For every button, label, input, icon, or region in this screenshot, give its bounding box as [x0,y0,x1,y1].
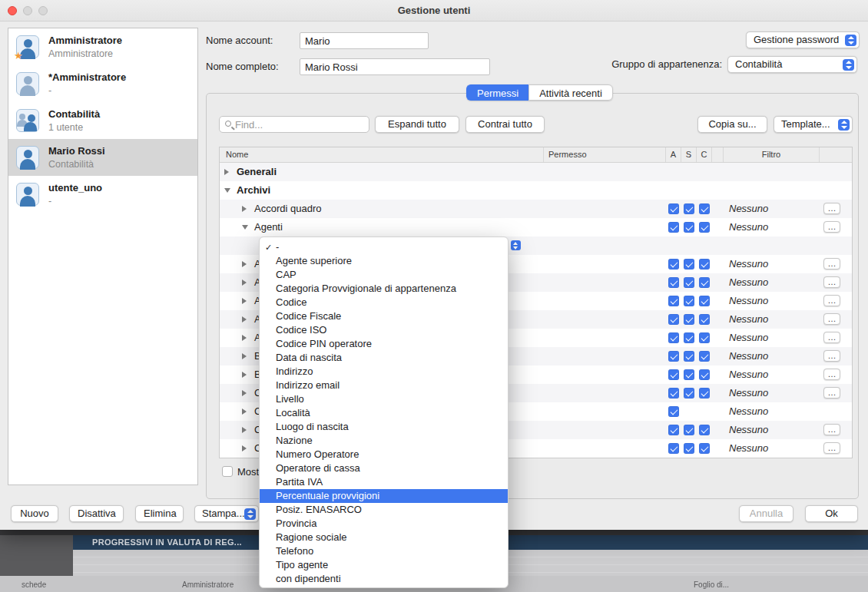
user-list-item[interactable]: *Amministratore- [8,65,197,102]
column-header-a[interactable]: A [666,147,681,162]
dropdown-item[interactable]: Tipo agente [260,558,508,572]
field-combobox-stepper[interactable] [511,240,521,250]
collapse-all-button[interactable]: Contrai tutto [465,116,545,133]
search-field[interactable] [219,116,369,133]
expand-chevron-icon[interactable] [242,445,247,451]
expand-chevron-icon[interactable] [242,316,247,322]
filter-more-button[interactable]: … [823,313,840,325]
ok-button[interactable]: Ok [805,505,858,522]
expand-chevron-icon[interactable] [242,298,247,304]
permission-checkbox-s[interactable] [684,296,694,306]
permission-checkbox-a[interactable] [668,388,679,399]
expand-chevron-icon[interactable] [224,169,229,175]
permission-checkbox-a[interactable] [668,406,679,417]
copy-to-button[interactable]: Copia su... [697,116,767,133]
titlebar[interactable]: Gestione utenti [0,0,868,21]
permission-checkbox-a[interactable] [668,425,679,435]
permission-checkbox-a[interactable] [668,443,679,454]
dropdown-item[interactable]: Operatore di cassa [260,461,508,475]
filter-more-button[interactable]: … [823,276,840,288]
expand-chevron-icon[interactable] [242,372,247,378]
permission-checkbox-s[interactable] [684,332,694,343]
column-header-c[interactable]: C [697,147,712,162]
delete-button[interactable]: Elimina [135,505,184,522]
dropdown-item[interactable]: Codice PIN operatore [260,337,508,351]
expand-chevron-icon[interactable] [242,206,247,212]
permission-checkbox-c[interactable] [699,332,710,343]
permission-checkbox-a[interactable] [668,296,679,306]
permission-checkbox-c[interactable] [699,222,710,233]
permission-checkbox-c[interactable] [699,388,710,399]
password-management-dropdown[interactable]: Gestione password [746,31,860,48]
dropdown-item[interactable]: Posiz. ENASARCO [260,503,508,517]
dropdown-item[interactable]: Indirizzo [260,365,508,379]
dropdown-item[interactable]: Data di nascita [260,351,508,365]
expand-chevron-icon[interactable] [242,261,247,267]
new-user-button[interactable]: Nuovo [11,505,58,522]
column-header-filtro[interactable]: Filtro [724,147,820,162]
permission-checkbox-s[interactable] [684,203,694,214]
full-name-input[interactable] [300,58,490,75]
dropdown-item[interactable]: Codice [260,296,508,309]
search-input[interactable] [235,117,367,132]
permission-checkbox-s[interactable] [684,222,694,233]
table-row[interactable]: Generali [220,163,852,181]
filter-more-button[interactable]: … [823,387,840,399]
permission-checkbox-s[interactable] [684,388,694,399]
permission-checkbox-s[interactable] [684,314,694,325]
permission-checkbox-a[interactable] [668,332,679,343]
column-header-s[interactable]: S [681,147,697,162]
deactivate-button[interactable]: Disattiva [69,505,124,522]
permission-checkbox-c[interactable] [699,259,710,270]
user-list-item[interactable]: Contabilità1 utente [8,102,197,139]
dropdown-item[interactable]: CAP [260,268,508,282]
tab-permessi[interactable]: Permessi [466,84,528,101]
template-dropdown[interactable]: Template... [774,116,853,133]
expand-chevron-icon[interactable] [242,279,247,286]
permission-checkbox-s[interactable] [684,259,694,270]
table-row[interactable]: Archivi [220,181,852,200]
filter-more-button[interactable]: … [823,203,840,214]
column-header-permesso[interactable]: Permesso [544,147,666,162]
dropdown-item[interactable]: Agente superiore [260,254,508,268]
user-list-item[interactable]: Mario RossiContabilità [8,139,197,176]
expand-chevron-icon[interactable] [242,408,247,415]
dropdown-item[interactable]: Ragione sociale [260,531,508,544]
table-row[interactable]: Accordi quadroNessuno… [220,200,852,218]
filter-more-button[interactable]: … [823,424,840,435]
show-filter-checkbox[interactable] [222,466,233,477]
dropdown-item[interactable]: Nazione [260,434,508,448]
permission-checkbox-c[interactable] [699,443,710,454]
filter-more-button[interactable]: … [823,258,840,270]
filter-more-button[interactable]: … [823,221,840,233]
collapse-chevron-icon[interactable] [224,188,230,193]
filter-more-button[interactable]: … [823,332,840,343]
dropdown-item[interactable]: Codice Fiscale [260,309,508,323]
permission-checkbox-s[interactable] [684,351,694,362]
account-name-input[interactable] [300,32,429,49]
permission-checkbox-a[interactable] [668,351,679,362]
column-header-nome[interactable]: Nome [220,147,544,162]
dropdown-item[interactable]: Provincia [260,517,508,531]
dropdown-item[interactable]: Indirizzo email [260,379,508,392]
permission-checkbox-s[interactable] [684,277,694,288]
filter-more-button[interactable]: … [823,295,840,306]
tab-attivita-recenti[interactable]: Attività recenti [528,84,613,101]
permission-checkbox-c[interactable] [699,369,710,380]
expand-chevron-icon[interactable] [242,390,247,396]
permission-checkbox-c[interactable] [699,277,710,288]
permission-checkbox-s[interactable] [684,443,694,454]
user-list-item[interactable]: ★AmministratoreAmministratore [8,28,197,65]
table-row[interactable]: AgentiNessuno… [220,218,852,236]
permission-checkbox-a[interactable] [668,369,679,380]
permission-checkbox-c[interactable] [699,296,710,306]
permission-checkbox-c[interactable] [699,314,710,325]
permission-checkbox-a[interactable] [668,259,679,270]
permission-checkbox-s[interactable] [684,369,694,380]
dropdown-item[interactable]: Partita IVA [260,475,508,489]
permission-checkbox-a[interactable] [668,203,679,214]
permission-checkbox-c[interactable] [699,351,710,362]
filter-more-button[interactable]: … [823,369,840,380]
expand-chevron-icon[interactable] [242,353,247,359]
group-dropdown[interactable]: Contabilità [727,56,857,73]
